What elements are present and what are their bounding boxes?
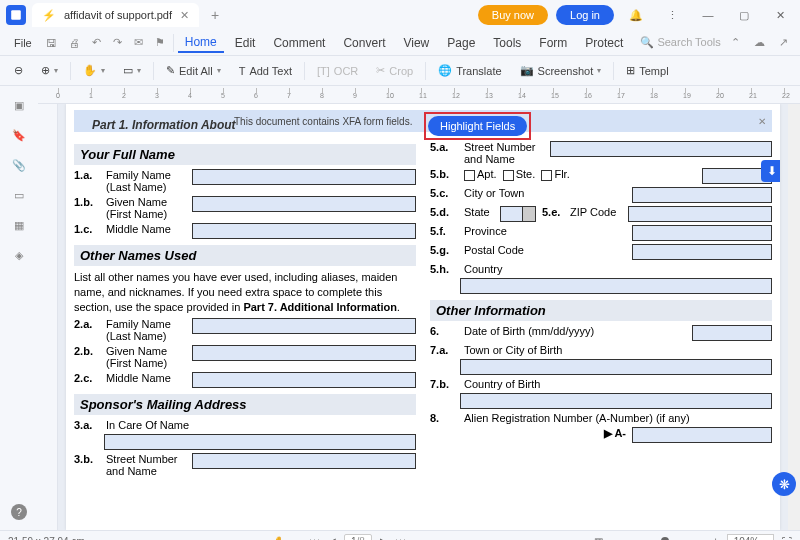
field-7b-country-birth[interactable]: [460, 393, 772, 409]
tab-page[interactable]: Page: [440, 34, 482, 52]
first-page-button[interactable]: ⏮: [310, 536, 320, 540]
settings-float-icon[interactable]: ❋: [772, 472, 796, 496]
tab-protect[interactable]: Protect: [578, 34, 630, 52]
edit-all-button[interactable]: ✎ Edit All▾: [160, 62, 227, 79]
field-2b-first-name[interactable]: [192, 345, 416, 361]
notify-icon[interactable]: 🔔: [622, 4, 650, 26]
tab-tools[interactable]: Tools: [486, 34, 528, 52]
field-5f-province[interactable]: [632, 225, 772, 241]
fields-panel-icon[interactable]: ▦: [10, 216, 28, 234]
zoom-out-status[interactable]: −: [611, 536, 617, 540]
comments-panel-icon[interactable]: ▭: [10, 186, 28, 204]
section-other-names: Other Names Used: [74, 245, 416, 266]
horizontal-ruler: 012345678910111213141516171819202122: [38, 86, 800, 104]
crop-button[interactable]: ✂ Crop: [370, 62, 419, 79]
ocr-button[interactable]: [T] OCR: [311, 63, 364, 79]
page-dimensions: 21.59 x 27.94 cm: [8, 536, 85, 540]
banner-message: This document contains XFA form fields.: [234, 116, 412, 127]
section-other-info: Other Information: [430, 300, 772, 321]
field-2c-middle-name[interactable]: [192, 372, 416, 388]
last-page-button[interactable]: ⏭: [396, 536, 406, 540]
share-icon[interactable]: ↗: [775, 36, 792, 49]
field-7a-city-birth[interactable]: [460, 359, 772, 375]
minimize-button[interactable]: —: [694, 4, 722, 26]
collapse-ribbon-icon[interactable]: ⌃: [727, 36, 744, 49]
zoom-out-button[interactable]: ⊖: [8, 62, 29, 79]
field-5a-street[interactable]: [550, 141, 772, 157]
field-8-anumber[interactable]: [632, 427, 772, 443]
new-tab-button[interactable]: +: [205, 7, 225, 23]
pdf-page: Part 1. Information About This document …: [66, 104, 780, 530]
field-2a-last-name[interactable]: [192, 318, 416, 334]
download-float-button[interactable]: ⬇: [761, 160, 780, 182]
login-button[interactable]: Log in: [556, 5, 614, 25]
field-1b-first-name[interactable]: [192, 196, 416, 212]
save-icon[interactable]: 🖫: [42, 37, 61, 49]
tab-comment[interactable]: Comment: [266, 34, 332, 52]
add-text-button[interactable]: T Add Text: [233, 63, 298, 79]
zoom-in-status[interactable]: +: [713, 536, 719, 540]
thumbnails-panel-icon[interactable]: ▣: [10, 96, 28, 114]
field-5c-city[interactable]: [632, 187, 772, 203]
screenshot-button[interactable]: 📷 Screenshot▾: [514, 62, 608, 79]
section-mailing-address: Sponsor's Mailing Address: [74, 394, 416, 415]
tab-form[interactable]: Form: [532, 34, 574, 52]
zoom-in-button[interactable]: ⊕▾: [35, 62, 64, 79]
translate-button[interactable]: 🌐 Translate: [432, 62, 507, 79]
next-page-button[interactable]: ▶: [380, 536, 388, 540]
hand-tool-button[interactable]: ✋▾: [77, 62, 111, 79]
search-tools-input[interactable]: 🔍 Search Tools: [640, 36, 720, 49]
tab-convert[interactable]: Convert: [336, 34, 392, 52]
field-3b-street[interactable]: [192, 453, 416, 469]
select-tool-button[interactable]: ▭▾: [117, 62, 147, 79]
maximize-button[interactable]: ▢: [730, 4, 758, 26]
part1-heading: Part 1. Information About: [92, 118, 236, 132]
fullscreen-icon[interactable]: ⛶: [782, 536, 792, 540]
file-menu[interactable]: File: [8, 37, 38, 49]
checkbox-flr[interactable]: [541, 170, 552, 181]
svg-rect-0: [11, 10, 21, 20]
redo-icon[interactable]: ↷: [109, 36, 126, 49]
field-5d-state-select[interactable]: [500, 206, 536, 222]
layers-panel-icon[interactable]: ◈: [10, 246, 28, 264]
field-1a-last-name[interactable]: [192, 169, 416, 185]
tab-view[interactable]: View: [396, 34, 436, 52]
print-icon[interactable]: 🖨: [65, 37, 84, 49]
banner-close-icon[interactable]: ✕: [758, 116, 766, 127]
buy-now-button[interactable]: Buy now: [478, 5, 548, 25]
kebab-icon[interactable]: ⋮: [658, 4, 686, 26]
close-tab-icon[interactable]: ✕: [180, 9, 189, 22]
mail-icon[interactable]: ✉: [130, 36, 147, 49]
field-3a-care-of[interactable]: [104, 434, 416, 450]
field-5e-zip[interactable]: [628, 206, 772, 222]
field-5g-postal[interactable]: [632, 244, 772, 260]
undo-icon[interactable]: ↶: [88, 36, 105, 49]
highlight-fields-button[interactable]: Highlight Fields: [428, 116, 527, 136]
tab-home[interactable]: Home: [178, 33, 224, 53]
customize-icon[interactable]: ⚑: [151, 36, 169, 49]
help-icon[interactable]: ?: [11, 504, 27, 520]
bookmarks-panel-icon[interactable]: 🔖: [10, 126, 28, 144]
template-button[interactable]: ⊞ Templ: [620, 62, 674, 79]
fit-mode-icon[interactable]: ▦: [594, 536, 603, 540]
app-logo[interactable]: [6, 5, 26, 25]
page-number-input[interactable]: 1/8: [344, 534, 372, 540]
cloud-icon[interactable]: ☁: [750, 36, 769, 49]
prev-page-button[interactable]: ◀: [328, 536, 336, 540]
xfa-banner: Part 1. Information About This document …: [74, 110, 772, 132]
tab-edit[interactable]: Edit: [228, 34, 263, 52]
tab-title: affidavit of support.pdf: [64, 9, 172, 21]
select-mode-icon[interactable]: ▭: [293, 536, 302, 540]
hand-mode-icon[interactable]: ✋: [273, 536, 285, 540]
vertical-ruler: [38, 104, 58, 530]
vertical-scrollbar[interactable]: [788, 104, 800, 530]
attachments-panel-icon[interactable]: 📎: [10, 156, 28, 174]
checkbox-apt[interactable]: [464, 170, 475, 181]
document-tab[interactable]: ⚡ affidavit of support.pdf ✕: [32, 3, 199, 27]
zoom-value[interactable]: 104% ▾: [727, 534, 774, 540]
field-5h-country[interactable]: [460, 278, 772, 294]
checkbox-ste[interactable]: [503, 170, 514, 181]
field-6-dob[interactable]: [692, 325, 772, 341]
field-1c-middle-name[interactable]: [192, 223, 416, 239]
close-window-button[interactable]: ✕: [766, 4, 794, 26]
